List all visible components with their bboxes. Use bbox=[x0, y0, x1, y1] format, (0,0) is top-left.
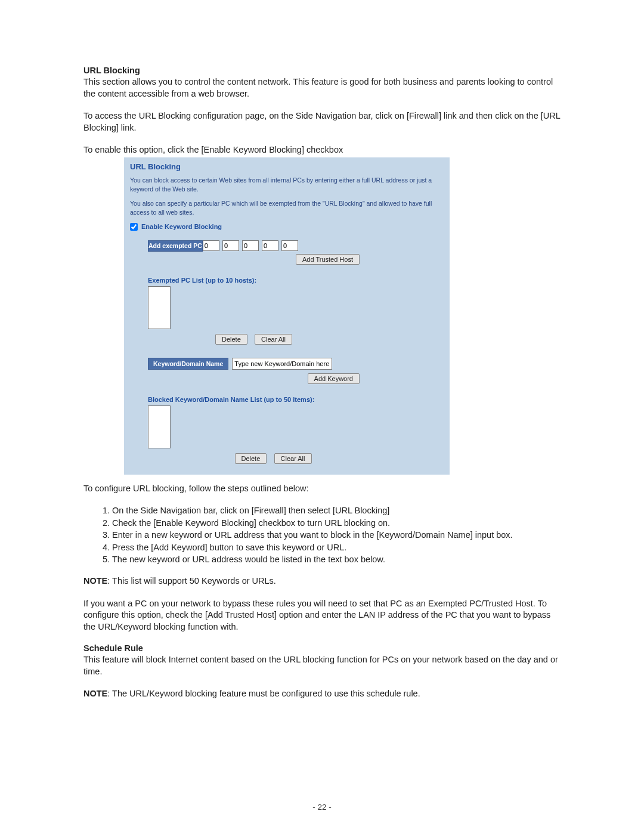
ip-octet-1[interactable] bbox=[203, 240, 219, 251]
add-keyword-button[interactable]: Add Keyword bbox=[308, 373, 360, 384]
note-label-1: NOTE bbox=[83, 576, 107, 586]
url-blocking-panel: URL Blocking You can block access to cer… bbox=[124, 157, 450, 475]
exempted-delete-button[interactable]: Delete bbox=[215, 334, 247, 345]
schedule-rule-paragraph: This feature will block Internet content… bbox=[83, 654, 561, 677]
note-text-2: : The URL/Keyword blocking feature must … bbox=[107, 689, 420, 698]
enable-keyword-blocking-row: Enable Keyword Blocking bbox=[130, 223, 444, 231]
blocked-list-label: Blocked Keyword/Domain Name List (up to … bbox=[148, 396, 444, 403]
step-5: The new keyword or URL address would be … bbox=[112, 554, 561, 566]
note-label-2: NOTE bbox=[83, 689, 107, 698]
note-text-1: : This list will support 50 Keywords or … bbox=[107, 576, 276, 586]
section-title-url-blocking: URL Blocking bbox=[83, 66, 561, 75]
panel-title: URL Blocking bbox=[130, 162, 444, 171]
add-exempted-label: Add exempted PC bbox=[148, 240, 203, 251]
step-2: Check the [Enable Keyword Blocking] chec… bbox=[112, 518, 561, 529]
exempted-pc-listbox[interactable] bbox=[148, 286, 171, 329]
exempted-clearall-button[interactable]: Clear All bbox=[255, 334, 292, 345]
panel-desc-2: You also can specify a particular PC whi… bbox=[130, 199, 444, 216]
exempted-list-label: Exempted PC List (up to 10 hosts): bbox=[148, 277, 444, 284]
enable-keyword-blocking-checkbox[interactable] bbox=[130, 223, 138, 231]
keyword-domain-input[interactable] bbox=[232, 358, 332, 370]
blocked-delete-button[interactable]: Delete bbox=[235, 453, 267, 464]
add-exempted-row: Add exempted PC bbox=[148, 240, 299, 252]
intro-paragraph-3: To enable this option, click the [Enable… bbox=[83, 144, 561, 156]
ip-octet-5[interactable] bbox=[281, 240, 298, 251]
note-50-keywords: NOTE: This list will support 50 Keywords… bbox=[83, 575, 561, 587]
panel-desc-1: You can block access to certain Web site… bbox=[130, 176, 444, 193]
section-title-schedule-rule: Schedule Rule bbox=[83, 643, 561, 653]
page-number: - 22 - bbox=[0, 803, 644, 812]
steps-list: On the Side Navigation bar, click on [Fi… bbox=[112, 505, 561, 566]
note-schedule: NOTE: The URL/Keyword blocking feature m… bbox=[83, 688, 561, 700]
ip-octet-3[interactable] bbox=[242, 240, 259, 251]
ip-octet-4[interactable] bbox=[262, 240, 278, 251]
step-4: Press the [Add Keyword] button to save t… bbox=[112, 542, 561, 554]
enable-keyword-blocking-label: Enable Keyword Blocking bbox=[141, 223, 222, 230]
blocked-keyword-listbox[interactable] bbox=[148, 405, 171, 448]
step-1: On the Side Navigation bar, click on [Fi… bbox=[112, 505, 561, 517]
keyword-domain-row: Keyword/Domain Name bbox=[148, 358, 444, 370]
blocked-clearall-button[interactable]: Clear All bbox=[274, 453, 312, 464]
intro-paragraph-1: This section allows you to control the c… bbox=[83, 76, 561, 100]
configure-intro: To configure URL blocking, follow the st… bbox=[83, 483, 561, 495]
ip-octet-2[interactable] bbox=[222, 240, 239, 251]
add-trusted-host-button[interactable]: Add Trusted Host bbox=[296, 254, 360, 265]
trusted-host-paragraph: If you want a PC on your network to bypa… bbox=[83, 598, 561, 633]
step-3: Enter in a new keyword or URL address th… bbox=[112, 529, 561, 541]
intro-paragraph-2: To access the URL Blocking configuration… bbox=[83, 110, 561, 134]
keyword-domain-label: Keyword/Domain Name bbox=[148, 358, 228, 370]
